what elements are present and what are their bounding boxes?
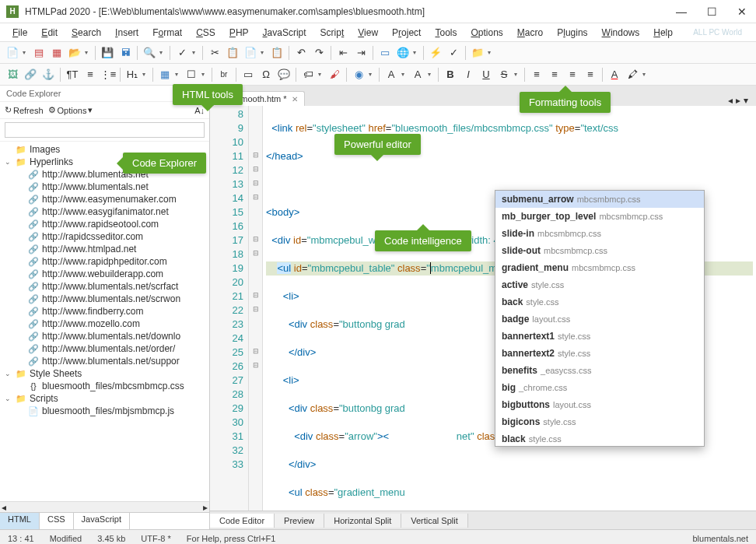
- form-icon[interactable]: ☐: [184, 67, 199, 82]
- sidebar-scrollbar[interactable]: ◂▸: [0, 501, 209, 512]
- link-item[interactable]: 🔗http://www.rapidseotool.com: [0, 218, 209, 230]
- menu-format[interactable]: Format: [146, 26, 188, 40]
- autocomplete-item[interactable]: bannertext1style.css: [495, 328, 704, 345]
- link-item[interactable]: 🔗http://www.blumentals.net/downlo: [0, 330, 209, 342]
- highlight-icon[interactable]: 🖍: [625, 67, 640, 82]
- menu-edit[interactable]: Edit: [35, 26, 64, 40]
- menu-file[interactable]: File: [6, 26, 33, 40]
- link-item[interactable]: 🔗http://rapidcsseditor.com: [0, 230, 209, 243]
- menu-php[interactable]: PHP: [223, 26, 255, 40]
- autocomplete-item[interactable]: backstyle.css: [495, 293, 704, 311]
- menu-macro[interactable]: Macro: [511, 26, 549, 40]
- link-item[interactable]: 🔗http://www.blumentals.net/suppor: [0, 355, 209, 367]
- autocomplete-popup[interactable]: submenu_arrowmbcsmbmcp.cssmb_burger_top_…: [495, 190, 705, 447]
- menu-tools[interactable]: Tools: [429, 26, 463, 40]
- side-tab-css[interactable]: CSS: [40, 513, 74, 529]
- close-button[interactable]: ✕: [734, 5, 750, 18]
- paragraph-icon[interactable]: ¶T: [65, 67, 80, 82]
- link-item[interactable]: 🔗http://www.easymenumaker.com: [0, 193, 209, 205]
- link-item[interactable]: 🔗http://www.webuilderapp.com: [0, 268, 209, 280]
- dropdown-icon[interactable]: ▾: [23, 49, 29, 56]
- open-folder-icon[interactable]: 📂: [67, 45, 82, 61]
- side-tab-js[interactable]: JavaScript: [74, 513, 130, 529]
- autocomplete-item[interactable]: blackstyle.css: [495, 430, 704, 447]
- menu-javascript[interactable]: JavaScript: [257, 26, 313, 40]
- menu-insert[interactable]: Insert: [109, 26, 145, 40]
- text-color-icon[interactable]: A: [607, 67, 622, 82]
- view-tab-hsplit[interactable]: Horizontal Split: [324, 514, 401, 528]
- view-tab-vsplit[interactable]: Vertical Split: [401, 514, 468, 528]
- side-tab-html[interactable]: HTML: [0, 513, 40, 529]
- dropdown-icon[interactable]: ▾: [413, 49, 419, 56]
- brush-icon[interactable]: 🖌: [327, 67, 342, 82]
- paste-icon[interactable]: 📄: [243, 45, 258, 61]
- italic-icon[interactable]: I: [460, 67, 476, 82]
- font-icon[interactable]: A: [383, 67, 399, 82]
- image-icon[interactable]: 🖼: [5, 67, 20, 82]
- dropdown-icon[interactable]: ▾: [369, 71, 375, 78]
- link-item[interactable]: 🔗http://www.blumentals.net: [0, 181, 209, 193]
- link-item[interactable]: 🔗http://www.findberry.com: [0, 305, 209, 318]
- fold-gutter[interactable]: ⊟⊟⊟⊟⊟⊟⊟⊟⊟⊟: [249, 106, 263, 511]
- menu-search[interactable]: Search: [65, 26, 107, 40]
- anchor-icon[interactable]: ⚓: [40, 67, 56, 82]
- autocomplete-item[interactable]: slide-inmbcsmbmcp.css: [495, 225, 704, 242]
- dropdown-icon[interactable]: ▾: [514, 71, 520, 78]
- view-tab-preview[interactable]: Preview: [275, 514, 324, 528]
- autocomplete-item[interactable]: bigiconsstyle.css: [495, 413, 704, 430]
- tab-prev-icon[interactable]: ◂: [728, 95, 733, 106]
- code-editor[interactable]: <link rel="stylesheet" href="bluesmooth_…: [263, 106, 756, 511]
- autocomplete-item[interactable]: slide-outmbcsmbmcp.css: [495, 242, 704, 259]
- menu-script[interactable]: Script: [314, 26, 351, 40]
- align-left-icon[interactable]: ≡: [529, 67, 544, 82]
- menu-windows[interactable]: Windows: [596, 26, 646, 40]
- new-file-icon[interactable]: 📄: [5, 45, 20, 61]
- close-tab-icon[interactable]: ✕: [292, 95, 298, 104]
- clipboard-icon[interactable]: 📋: [269, 45, 285, 61]
- redo-icon[interactable]: ↷: [311, 45, 327, 61]
- dropdown-icon[interactable]: ▾: [642, 71, 649, 78]
- spellcheck-icon[interactable]: ✓: [174, 45, 190, 61]
- comment-icon[interactable]: 💬: [276, 67, 292, 82]
- menu-project[interactable]: Project: [386, 26, 427, 40]
- br-icon[interactable]: br: [216, 67, 232, 82]
- dropdown-icon[interactable]: ▾: [428, 71, 434, 78]
- link-item[interactable]: 🔗http://www.blumentals.net/order/: [0, 342, 209, 355]
- new-doc-icon[interactable]: ▤: [31, 45, 47, 61]
- search-icon[interactable]: 🔍: [142, 45, 157, 61]
- table-icon[interactable]: ▦: [157, 67, 173, 82]
- autocomplete-item[interactable]: badgelayout.css: [495, 311, 704, 328]
- cut-icon[interactable]: ✂: [207, 45, 222, 61]
- autocomplete-item[interactable]: bigbuttonslayout.css: [495, 396, 704, 413]
- dropdown-icon[interactable]: ▾: [261, 49, 267, 56]
- heading-icon[interactable]: H₁: [124, 67, 140, 82]
- dropdown-icon[interactable]: ▾: [401, 71, 408, 78]
- div-icon[interactable]: ▭: [240, 67, 256, 82]
- undo-icon[interactable]: ↶: [293, 45, 309, 61]
- options-button[interactable]: ⚙ Options ▾: [48, 105, 93, 115]
- validate-icon[interactable]: ⚡: [428, 45, 443, 61]
- save-all-icon[interactable]: 🖬: [117, 45, 133, 61]
- link-item[interactable]: 🔗http://www.rapidphpeditor.com: [0, 255, 209, 268]
- color-tag-icon[interactable]: 🏷: [300, 67, 316, 82]
- dropdown-icon[interactable]: ▾: [318, 71, 324, 78]
- autocomplete-item[interactable]: big_chrome.css: [495, 379, 704, 396]
- strike-icon[interactable]: S: [496, 67, 512, 82]
- font-size-icon[interactable]: A: [410, 67, 425, 82]
- dropdown-icon[interactable]: ▾: [192, 49, 198, 56]
- list-ul-icon[interactable]: ⋮≡: [100, 67, 116, 82]
- autocomplete-item[interactable]: submenu_arrowmbcsmbmcp.css: [495, 191, 704, 208]
- link-icon[interactable]: 🔗: [23, 67, 38, 82]
- link-item[interactable]: 🔗http://www.blumentals.net/scrwon: [0, 293, 209, 305]
- indent-right-icon[interactable]: ⇥: [353, 45, 369, 61]
- folder-stylesheets[interactable]: ⌄📁Style Sheets: [0, 367, 209, 380]
- menu-options[interactable]: Options: [464, 26, 509, 40]
- dropdown-icon[interactable]: ▾: [175, 71, 181, 78]
- script-item[interactable]: 📄bluesmooth_files/mbjsmbmcp.js: [0, 405, 209, 417]
- dropdown-icon[interactable]: ▾: [142, 71, 149, 78]
- menu-plugins[interactable]: Plugins: [551, 26, 593, 40]
- save-icon[interactable]: 💾: [100, 45, 115, 61]
- autocomplete-item[interactable]: mb_burger_top_levelmbcsmbmcp.css: [495, 208, 704, 225]
- copy-icon[interactable]: 📋: [225, 45, 240, 61]
- autocomplete-item[interactable]: benefits_easycss.css: [495, 362, 704, 379]
